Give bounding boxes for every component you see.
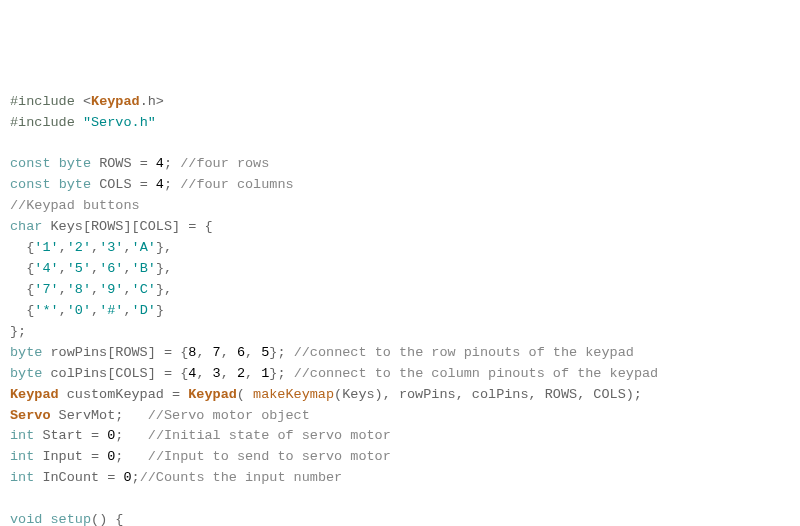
kw-token: const bbox=[10, 156, 51, 171]
str-token: '2' bbox=[67, 240, 91, 255]
ltgt-token: > bbox=[156, 94, 164, 109]
op-token: , bbox=[91, 282, 99, 297]
op-token: , bbox=[91, 261, 99, 276]
kw-token: const bbox=[10, 177, 51, 192]
op-token: }, bbox=[156, 240, 172, 255]
ident-token: ROWS bbox=[545, 387, 577, 402]
code-block: #include <Keypad.h>#include "Servo.h" co… bbox=[10, 92, 790, 526]
op-token: = bbox=[91, 449, 99, 464]
ident-token bbox=[286, 345, 294, 360]
op-token: , bbox=[123, 303, 131, 318]
ident-token: customKeypad bbox=[59, 387, 172, 402]
kw-token: setup bbox=[51, 512, 92, 526]
ident-token: Keys[ROWS][COLS] bbox=[42, 219, 188, 234]
ident-token bbox=[42, 512, 50, 526]
code-line: {'4','5','6','B'}, bbox=[10, 259, 790, 280]
kw-token: char bbox=[10, 219, 42, 234]
code-line: #include "Servo.h" bbox=[10, 113, 790, 134]
kw-token: byte bbox=[59, 177, 91, 192]
op-token: ; bbox=[164, 156, 172, 171]
code-line bbox=[10, 489, 790, 510]
op-token: , bbox=[123, 282, 131, 297]
op-token: ; bbox=[164, 177, 172, 192]
op-token: , bbox=[245, 345, 261, 360]
op-token: , bbox=[529, 387, 545, 402]
ident-token: colPins bbox=[472, 387, 529, 402]
code-line: void setup() { bbox=[10, 510, 790, 526]
op-token: }, bbox=[156, 261, 172, 276]
kw-token: byte bbox=[10, 366, 42, 381]
kw-token: int bbox=[10, 428, 34, 443]
op-token: = bbox=[164, 366, 172, 381]
str-token: '5' bbox=[67, 261, 91, 276]
comment-token: //four rows bbox=[180, 156, 269, 171]
str-token: '8' bbox=[67, 282, 91, 297]
cls-token: Keypad bbox=[188, 387, 237, 402]
str-token: 'D' bbox=[132, 303, 156, 318]
num-token: 4 bbox=[156, 156, 164, 171]
code-line: //Keypad buttons bbox=[10, 196, 790, 217]
op-token: , bbox=[577, 387, 593, 402]
kw-token: byte bbox=[10, 345, 42, 360]
ident-token bbox=[172, 156, 180, 171]
op-token: }; bbox=[269, 366, 285, 381]
str-token: '0' bbox=[67, 303, 91, 318]
op-token: , bbox=[59, 261, 67, 276]
comment-token: //Keypad buttons bbox=[10, 198, 140, 213]
str-token: '7' bbox=[34, 282, 58, 297]
comment-token: //connect to the column pinouts of the k… bbox=[294, 366, 659, 381]
ident-token: Keys bbox=[342, 387, 374, 402]
op-token: = bbox=[140, 177, 148, 192]
kw-token: byte bbox=[59, 156, 91, 171]
ident-token: ServMot bbox=[51, 408, 116, 423]
comment-token: //four columns bbox=[180, 177, 293, 192]
code-line: Servo ServMot; //Servo motor object bbox=[10, 406, 790, 427]
num-token: 0 bbox=[123, 470, 131, 485]
op-token: { bbox=[204, 219, 212, 234]
op-token: () { bbox=[91, 512, 123, 526]
code-line: int Start = 0; //Initial state of servo … bbox=[10, 426, 790, 447]
preproc-token: #include bbox=[10, 115, 75, 130]
comment-token: //Servo motor object bbox=[148, 408, 310, 423]
op-token: , bbox=[59, 282, 67, 297]
code-line: char Keys[ROWS][COLS] = { bbox=[10, 217, 790, 238]
op-token: , bbox=[91, 240, 99, 255]
code-line: {'1','2','3','A'}, bbox=[10, 238, 790, 259]
cls-token: Servo bbox=[10, 408, 51, 423]
ident-token bbox=[10, 261, 26, 276]
comment-token: //connect to the row pinouts of the keyp… bbox=[294, 345, 634, 360]
str-token: '4' bbox=[34, 261, 58, 276]
kw-token: int bbox=[10, 470, 34, 485]
op-token: }, bbox=[156, 282, 172, 297]
op-token: , bbox=[196, 345, 212, 360]
ident-token: Input bbox=[34, 449, 91, 464]
op-token: , bbox=[456, 387, 472, 402]
cls-token: Keypad bbox=[91, 94, 140, 109]
op-token: , bbox=[123, 261, 131, 276]
ident-token: colPins[COLS] bbox=[42, 366, 164, 381]
ident-token: rowPins[ROWS] bbox=[42, 345, 164, 360]
op-token: , bbox=[59, 303, 67, 318]
fn-token: makeKeymap bbox=[253, 387, 334, 402]
op-token: = bbox=[172, 387, 180, 402]
str-token: '*' bbox=[34, 303, 58, 318]
op-token: ); bbox=[626, 387, 642, 402]
ltgt-token: < bbox=[83, 94, 91, 109]
op-token: , bbox=[91, 303, 99, 318]
ident-token bbox=[172, 177, 180, 192]
code-line bbox=[10, 134, 790, 155]
str-token: '6' bbox=[99, 261, 123, 276]
str-token: '1' bbox=[34, 240, 58, 255]
op-token: , bbox=[196, 366, 212, 381]
preproc-token: #include bbox=[10, 94, 75, 109]
ident-token bbox=[10, 282, 26, 297]
str-token: '9' bbox=[99, 282, 123, 297]
ident-token bbox=[148, 156, 156, 171]
ident-token bbox=[10, 303, 26, 318]
ident-token: COLS bbox=[91, 177, 140, 192]
ident-token: ROWS bbox=[91, 156, 140, 171]
str-token: 'A' bbox=[132, 240, 156, 255]
code-line: byte rowPins[ROWS] = {8, 7, 6, 5}; //con… bbox=[10, 343, 790, 364]
str-token: '3' bbox=[99, 240, 123, 255]
code-line: #include <Keypad.h> bbox=[10, 92, 790, 113]
